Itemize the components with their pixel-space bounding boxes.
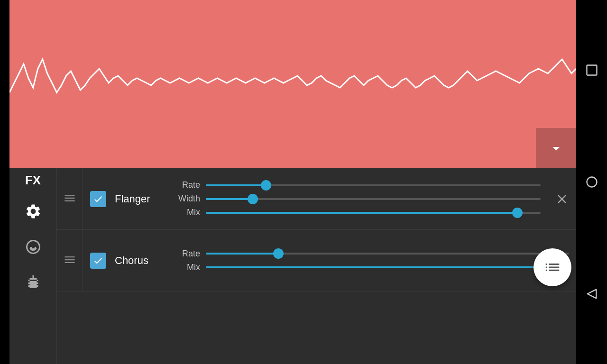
chorus-main: Chorus Rate Mix [83,230,576,291]
flanger-mix-thumb[interactable] [512,208,523,218]
chorus-rate-label: Rate [172,249,200,259]
back-button[interactable] [582,284,601,303]
flanger-checkbox[interactable] [90,191,106,207]
flanger-mix-row: Mix [172,208,541,218]
check-icon [93,194,103,204]
equalizer-icon [25,274,42,291]
chorus-sliders: Rate Mix [172,249,569,273]
chorus-name: Chorus [115,255,167,267]
chorus-mix-track[interactable] [206,266,569,268]
chorus-mix-row: Mix [172,263,569,273]
fx-item-flanger: Flanger Rate Width [57,168,576,230]
sidebar-item-face[interactable] [17,230,50,264]
drag-icon-chorus [63,253,76,268]
chevron-down-icon [548,140,565,157]
fab-add-effect-button[interactable] [533,248,571,286]
waveform-visual [9,45,576,140]
flanger-mix-fill [206,212,517,214]
svg-point-1 [587,177,597,187]
fx-panel: FX [9,168,576,364]
flanger-rate-fill [206,184,266,186]
flanger-drag-handle[interactable] [57,168,83,229]
square-icon [585,64,598,77]
close-icon [555,192,569,206]
flanger-width-thumb[interactable] [248,194,258,204]
sidebar-item-equalizer[interactable] [17,266,50,299]
system-bar-left [0,0,9,364]
flanger-sliders: Rate Width [172,180,541,218]
waveform-area [9,0,576,168]
circle-icon [585,175,598,189]
flanger-width-row: Width [172,194,541,204]
flanger-close-button[interactable] [548,168,576,229]
chorus-rate-thumb[interactable] [273,248,284,259]
recent-apps-button[interactable] [582,61,601,80]
fx-title: FX [25,173,41,188]
fx-item-chorus: Chorus Rate Mix [57,230,576,291]
home-button[interactable] [582,173,601,191]
sidebar-item-settings[interactable] [17,195,50,228]
flanger-width-fill [206,198,253,200]
flanger-rate-thumb[interactable] [261,180,271,191]
flanger-width-track[interactable] [206,198,541,200]
flanger-rate-track[interactable] [206,184,541,186]
chorus-rate-fill [206,253,278,255]
list-icon [543,258,561,276]
drag-icon [63,191,76,207]
svg-rect-0 [587,65,597,75]
face-icon [25,238,42,255]
settings-icon [25,203,42,220]
chorus-drag-handle[interactable] [57,230,83,291]
flanger-name: Flanger [115,193,167,205]
flanger-width-label: Width [172,194,200,204]
chorus-rate-track[interactable] [206,253,569,255]
flanger-main: Flanger Rate Width [83,168,548,229]
check-icon-chorus [93,255,103,266]
chorus-mix-label: Mix [172,263,200,273]
svg-marker-2 [587,290,596,299]
triangle-icon [585,287,598,300]
main-content: FX [9,0,576,364]
collapse-button[interactable] [536,128,576,168]
chorus-checkbox[interactable] [90,253,106,269]
sidebar: FX [9,168,57,364]
flanger-rate-row: Rate [172,180,541,190]
flanger-mix-label: Mix [172,208,200,218]
flanger-mix-track[interactable] [206,212,541,214]
fx-list: Flanger Rate Width [57,168,576,364]
chorus-rate-row: Rate [172,249,569,259]
flanger-rate-label: Rate [172,180,200,190]
system-bar-right [576,0,607,364]
chorus-mix-fill [206,266,543,268]
